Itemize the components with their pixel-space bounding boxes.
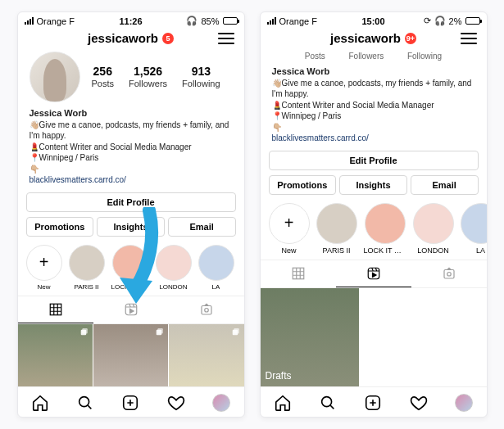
highlight-item[interactable]: LA — [461, 203, 488, 255]
bio-link[interactable]: blacklivesmatters.carrd.co/ — [272, 133, 475, 144]
stat-followers[interactable]: 1,526Followers — [129, 65, 167, 89]
battery-icon — [223, 17, 238, 25]
carousel-icon — [230, 327, 241, 338]
highlight-new[interactable]: +New — [269, 203, 310, 255]
plus-square-icon — [121, 394, 139, 412]
svg-rect-34 — [444, 270, 454, 279]
profile-header: jessicaworb 9+ — [261, 28, 487, 52]
svg-point-35 — [447, 273, 451, 277]
insights-button[interactable]: Insights — [339, 175, 407, 195]
activity-badge: 9+ — [405, 33, 416, 44]
avatar-icon — [455, 394, 473, 412]
nav-new-post[interactable] — [121, 394, 139, 412]
clock-label: 15:00 — [261, 16, 487, 26]
nav-activity[interactable] — [167, 394, 185, 412]
drafts-thumb[interactable]: Drafts — [261, 288, 359, 386]
highlights-row[interactable]: +New PARIS II LOCK IT DO... LONDON LA — [18, 242, 244, 296]
username-label: jessicaworb — [88, 31, 158, 45]
highlight-new[interactable]: +New — [26, 245, 62, 291]
svg-point-11 — [204, 309, 208, 313]
menu-icon[interactable] — [461, 33, 477, 44]
email-button[interactable]: Email — [411, 175, 479, 195]
home-icon — [31, 394, 49, 412]
search-icon — [76, 394, 94, 412]
plus-square-icon — [364, 394, 382, 412]
username-dropdown[interactable]: jessicaworb 9+ — [330, 31, 416, 45]
tab-reels[interactable] — [336, 260, 411, 287]
post-thumb[interactable] — [18, 324, 93, 386]
highlight-item[interactable]: LOCK IT DO... — [364, 203, 406, 255]
svg-rect-24 — [293, 269, 304, 280]
bio-line: 📍Winnipeg / Paris — [272, 111, 475, 122]
highlight-item[interactable]: PARIS II — [316, 203, 357, 255]
highlight-item[interactable]: LONDON — [156, 245, 192, 291]
heart-icon — [410, 394, 428, 412]
tab-grid[interactable] — [18, 296, 93, 323]
reels-grid[interactable]: Drafts — [261, 288, 487, 386]
svg-rect-10 — [202, 306, 211, 315]
nav-search[interactable] — [76, 394, 94, 412]
bio-link[interactable]: blacklivesmatters.carrd.co/ — [30, 174, 233, 186]
status-bar: Orange F 15:00 ⟳ 🎧 2% — [261, 12, 487, 28]
battery-icon — [465, 17, 480, 25]
nav-profile[interactable] — [212, 394, 230, 412]
stat-label: Following — [407, 52, 442, 61]
highlight-item[interactable]: LA — [198, 245, 234, 291]
svg-rect-15 — [158, 328, 164, 334]
profile-avatar[interactable] — [30, 52, 80, 102]
highlight-item[interactable]: LONDON — [413, 203, 454, 255]
highlights-row[interactable]: +New PARIS II LOCK IT DO... LONDON LA — [261, 200, 487, 260]
post-grid[interactable] — [18, 324, 244, 386]
nav-search[interactable] — [319, 394, 337, 412]
nav-home[interactable] — [31, 394, 49, 412]
post-thumb[interactable] — [169, 324, 243, 386]
edit-profile-button[interactable]: Edit Profile — [26, 192, 236, 212]
tagged-icon — [442, 266, 456, 281]
reels-icon — [124, 302, 138, 317]
highlight-item[interactable]: PARIS II — [69, 245, 105, 291]
nav-activity[interactable] — [410, 394, 428, 412]
insights-button[interactable]: Insights — [97, 217, 165, 237]
svg-line-37 — [330, 405, 334, 409]
feed-tabs — [261, 260, 487, 288]
nav-home[interactable] — [274, 394, 292, 412]
search-icon — [319, 394, 337, 412]
profile-header: jessicaworb 5 — [18, 28, 244, 52]
promotions-button[interactable]: Promotions — [26, 217, 94, 237]
reels-icon — [366, 266, 381, 281]
promotions-button[interactable]: Promotions — [269, 175, 337, 195]
stat-label: Followers — [348, 52, 384, 61]
email-button[interactable]: Email — [168, 217, 236, 237]
stat-following[interactable]: 913Following — [182, 65, 220, 89]
carousel-icon — [79, 327, 89, 338]
status-bar: Orange F 11:26 🎧 85% — [18, 12, 244, 28]
bio-line: 👋🏼Give me a canoe, podcasts, my friends … — [272, 78, 475, 100]
tagged-icon — [199, 302, 214, 317]
username-dropdown[interactable]: jessicaworb 5 — [88, 31, 174, 45]
bio-line: 💄Content Writer and Social Media Manager — [272, 100, 475, 111]
grid-icon — [48, 302, 63, 317]
bio-line: 📍Winnipeg / Paris — [30, 152, 233, 164]
nav-profile[interactable] — [455, 394, 473, 412]
bottom-nav — [18, 386, 244, 417]
display-name: Jessica Worb — [272, 65, 475, 78]
nav-new-post[interactable] — [364, 394, 382, 412]
drafts-label: Drafts — [266, 370, 292, 382]
feed-tabs — [18, 296, 244, 324]
menu-icon[interactable] — [218, 33, 234, 44]
stats-labels-row: Posts Followers Following — [261, 52, 487, 65]
bottom-nav — [261, 386, 487, 417]
post-thumb[interactable] — [93, 324, 168, 386]
edit-profile-button[interactable]: Edit Profile — [269, 151, 479, 170]
bio-line: 👇🏼 — [272, 122, 475, 133]
tab-grid[interactable] — [261, 260, 336, 287]
tab-tagged[interactable] — [169, 296, 244, 323]
stat-posts[interactable]: 256Posts — [92, 65, 115, 89]
tab-reels[interactable] — [93, 296, 169, 323]
profile-bio: Jessica Worb 👋🏼Give me a canoe, podcasts… — [261, 65, 487, 151]
svg-rect-0 — [50, 304, 61, 315]
bio-line: 💄Content Writer and Social Media Manager — [30, 142, 233, 153]
tab-tagged[interactable] — [411, 260, 487, 287]
highlight-item[interactable]: LOCK IT DO... — [111, 245, 149, 291]
carousel-icon — [154, 327, 165, 338]
